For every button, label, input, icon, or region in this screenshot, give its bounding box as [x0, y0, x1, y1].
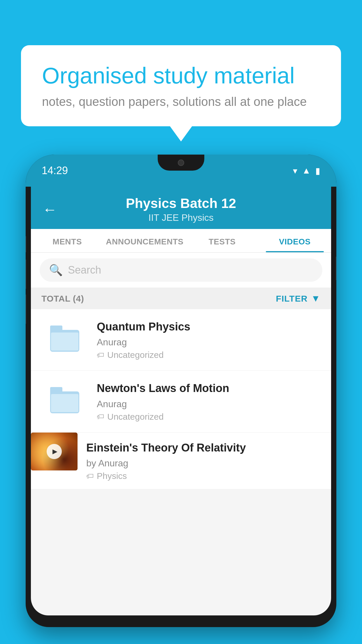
tag-label-3: Physics: [97, 471, 127, 481]
item-meta-1: Quantum Physics Anurag 🏷 Uncategorized: [97, 320, 321, 360]
search-icon: 🔍: [49, 264, 63, 276]
silent-button: [26, 295, 26, 324]
video-author-3: by Anurag: [86, 458, 325, 469]
search-placeholder: Search: [68, 264, 101, 276]
notch: [158, 155, 204, 171]
video-title-1: Quantum Physics: [97, 320, 321, 334]
bubble-title: Organised study material: [42, 63, 320, 89]
video-author-1: Anurag: [97, 337, 321, 348]
volume-down-button: [26, 260, 26, 289]
status-icons: ▾ ▲ ▮: [293, 166, 320, 176]
bubble-subtitle: notes, question papers, solutions all at…: [42, 95, 320, 109]
tag-icon-1: 🏷: [97, 351, 104, 360]
toolbar-title: Physics Batch 12: [66, 195, 296, 211]
list-item[interactable]: ▶ Einstein's Theory Of Relativity by Anu…: [31, 433, 331, 489]
speech-bubble-section: Organised study material notes, question…: [21, 45, 341, 126]
video-title-3: Einstein's Theory Of Relativity: [86, 441, 325, 455]
tabs-bar: MENTS ANNOUNCEMENTS TESTS VIDEOS: [31, 229, 331, 253]
tab-ments[interactable]: MENTS: [31, 229, 103, 252]
status-bar: 14:29 ▾ ▲ ▮: [26, 155, 336, 187]
tab-announcements[interactable]: ANNOUNCEMENTS: [103, 229, 186, 252]
folder-icon: [50, 387, 79, 413]
volume-up-button: [26, 236, 26, 252]
item-thumbnail-2: [41, 381, 88, 419]
tag-label-1: Uncategorized: [107, 350, 164, 360]
filter-row: TOTAL (4) FILTER ▼: [31, 288, 331, 309]
video-list: Quantum Physics Anurag 🏷 Uncategorized: [31, 309, 331, 489]
item-thumbnail-3: ▶: [31, 433, 78, 470]
tab-videos[interactable]: VIDEOS: [259, 229, 331, 252]
video-title-2: Newton's Laws of Motion: [97, 381, 321, 396]
app-toolbar: ← Physics Batch 12 IIT JEE Physics: [31, 187, 331, 229]
tag-icon-3: 🏷: [86, 472, 94, 481]
video-author-2: Anurag: [97, 399, 321, 410]
battery-icon: ▮: [315, 166, 320, 176]
play-button[interactable]: ▶: [47, 444, 62, 459]
filter-button[interactable]: FILTER ▼: [276, 293, 321, 304]
status-time: 14:29: [42, 164, 68, 177]
tag-label-2: Uncategorized: [107, 412, 164, 422]
toolbar-subtitle: IIT JEE Physics: [66, 212, 296, 223]
video-tag-row-1: 🏷 Uncategorized: [97, 350, 321, 360]
item-meta-3: Einstein's Theory Of Relativity by Anura…: [86, 433, 331, 489]
video-tag-row-3: 🏷 Physics: [86, 471, 325, 481]
video-tag-row-2: 🏷 Uncategorized: [97, 412, 321, 422]
tab-tests[interactable]: TESTS: [186, 229, 259, 252]
search-bar[interactable]: 🔍 Search: [40, 258, 322, 282]
list-item[interactable]: Newton's Laws of Motion Anurag 🏷 Uncateg…: [31, 371, 331, 432]
back-button[interactable]: ←: [43, 201, 57, 218]
item-meta-2: Newton's Laws of Motion Anurag 🏷 Uncateg…: [97, 381, 321, 421]
list-item[interactable]: Quantum Physics Anurag 🏷 Uncategorized: [31, 309, 331, 371]
phone-frame: 14:29 ▾ ▲ ▮ ← Physics Batch 12 IIT JEE P…: [26, 155, 336, 627]
folder-icon: [50, 326, 79, 352]
speech-bubble: Organised study material notes, question…: [21, 45, 341, 126]
total-count: TOTAL (4): [41, 294, 84, 304]
item-thumbnail-1: [41, 320, 88, 358]
filter-label: FILTER: [276, 294, 308, 304]
tag-icon-2: 🏷: [97, 412, 104, 421]
filter-icon: ▼: [311, 293, 321, 304]
search-container: 🔍 Search: [31, 253, 331, 288]
phone-mockup: 14:29 ▾ ▲ ▮ ← Physics Batch 12 IIT JEE P…: [26, 155, 336, 644]
app-screen: ← Physics Batch 12 IIT JEE Physics MENTS…: [31, 187, 331, 615]
toolbar-title-block: Physics Batch 12 IIT JEE Physics: [66, 195, 296, 223]
wifi-icon: ▾: [293, 166, 297, 176]
power-button: [336, 257, 336, 280]
front-camera: [178, 160, 184, 166]
signal-icon: ▲: [302, 166, 311, 176]
